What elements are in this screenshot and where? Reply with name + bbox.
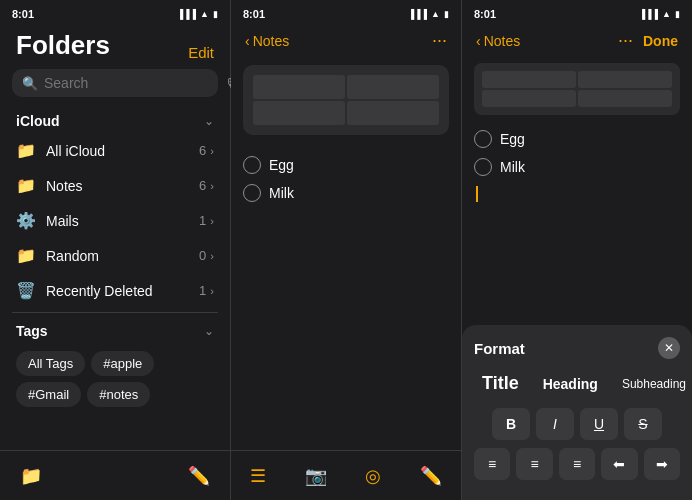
folder-count-mails: 1 (199, 213, 206, 228)
unordered-list-button[interactable]: ≡ (474, 448, 510, 480)
tag-gmail[interactable]: #Gmail (16, 382, 81, 407)
table-cell-2 (347, 75, 439, 99)
check-circle-egg-3[interactable] (474, 130, 492, 148)
check-circle-milk-3[interactable] (474, 158, 492, 176)
format-title: Format (474, 340, 525, 357)
status-bar-3: 8:01 ▐▐▐ ▲ ▮ (462, 0, 692, 26)
folder-item-notes[interactable]: 📁 Notes 6 › (4, 168, 226, 203)
back-chevron-icon-3: ‹ (476, 33, 481, 49)
tags-chevron-icon: ⌄ (204, 324, 214, 338)
p3-more-button[interactable]: ··· (618, 30, 633, 51)
folders-title: Folders (16, 30, 110, 61)
p3-table-cell-3 (482, 90, 576, 107)
checklist-button[interactable]: ≡ (559, 448, 595, 480)
folder-count-notes: 6 (199, 178, 206, 193)
folder-name-deleted: Recently Deleted (46, 283, 199, 299)
folders-header: Folders Edit (0, 26, 230, 69)
folder-item-mails[interactable]: ⚙️ Mails 1 › (4, 203, 226, 238)
new-folder-icon[interactable]: 📁 (20, 465, 42, 487)
note-table-card-2 (243, 65, 449, 135)
folder-name-notes: Notes (46, 178, 199, 194)
divider-1 (12, 312, 218, 313)
folder-chevron-mails: › (210, 215, 214, 227)
status-icons-1: ▐▐▐ ▲ ▮ (177, 9, 218, 19)
camera-icon[interactable]: 📷 (305, 465, 327, 487)
status-icons-3: ▐▐▐ ▲ ▮ (639, 9, 680, 19)
p3-table-cell-2 (578, 71, 672, 88)
folder-chevron-notes: › (210, 180, 214, 192)
check-item-milk-3: Milk (474, 153, 680, 181)
bold-button[interactable]: B (492, 408, 530, 440)
p2-bottom-bar: ☰ 📷 ◎ ✏️ (231, 450, 461, 500)
signal-icon: ▐▐▐ (177, 9, 196, 19)
table-cell-3 (253, 101, 345, 125)
folder-icon-allicloud: 📁 (16, 141, 36, 160)
folder-icon-notes: 📁 (16, 176, 36, 195)
folder-name-allicloud: All iCloud (46, 143, 199, 159)
check-label-milk-2: Milk (269, 185, 294, 201)
underline-button[interactable]: U (580, 408, 618, 440)
battery-icon-2: ▮ (444, 9, 449, 19)
search-input[interactable] (44, 75, 219, 91)
p3-checklist: Egg Milk (462, 119, 692, 213)
p3-nav-right: ··· Done (618, 30, 678, 51)
gear-icon-mails: ⚙️ (16, 211, 36, 230)
icloud-section-header: iCloud ⌄ (0, 107, 230, 133)
format-list-row: ≡ ≡ ≡ ⬅ ➡ (474, 448, 680, 480)
status-time-3: 8:01 (474, 8, 496, 20)
status-bar-2: 8:01 ▐▐▐ ▲ ▮ (231, 0, 461, 26)
tag-notes[interactable]: #notes (87, 382, 150, 407)
note-table-p3 (474, 63, 680, 115)
check-item-egg-3: Egg (474, 125, 680, 153)
check-circle-egg-2[interactable] (243, 156, 261, 174)
p3-table-cell-4 (578, 90, 672, 107)
check-label-egg-3: Egg (500, 131, 525, 147)
cursor-line (474, 181, 680, 207)
italic-button[interactable]: I (536, 408, 574, 440)
signal-icon-3: ▐▐▐ (639, 9, 658, 19)
style-subheading-button[interactable]: Subheading (614, 373, 692, 395)
check-circle-milk-2[interactable] (243, 184, 261, 202)
p2-more-button[interactable]: ··· (432, 30, 447, 51)
icloud-chevron-icon: ⌄ (204, 114, 214, 128)
list-icon[interactable]: ☰ (250, 465, 266, 487)
folder-item-deleted[interactable]: 🗑️ Recently Deleted 1 › (4, 273, 226, 308)
done-button[interactable]: Done (643, 33, 678, 49)
location-icon[interactable]: ◎ (365, 465, 381, 487)
ordered-list-button[interactable]: ≡ (516, 448, 552, 480)
strikethrough-button[interactable]: S (624, 408, 662, 440)
check-item-egg-2: Egg (243, 151, 449, 179)
edit-button[interactable]: Edit (188, 44, 214, 61)
note-edit-panel: 8:01 ▐▐▐ ▲ ▮ ‹ Notes ··· Done Egg Milk (462, 0, 692, 500)
folder-item-random[interactable]: 📁 Random 0 › (4, 238, 226, 273)
check-label-milk-3: Milk (500, 159, 525, 175)
p2-back-button[interactable]: ‹ Notes (245, 33, 289, 49)
tags-row: All Tags #apple #Gmail #notes (16, 351, 214, 407)
style-title-button[interactable]: Title (474, 369, 527, 398)
search-bar[interactable]: 🔍 🎙 (12, 69, 218, 97)
outdent-button[interactable]: ⬅ (601, 448, 637, 480)
tags-title: Tags (16, 323, 48, 339)
indent-button[interactable]: ➡ (644, 448, 680, 480)
format-close-button[interactable]: ✕ (658, 337, 680, 359)
table-cell-1 (253, 75, 345, 99)
folder-name-mails: Mails (46, 213, 199, 229)
folder-item-allicloud[interactable]: 📁 All iCloud 6 › (4, 133, 226, 168)
p3-table-cell-1 (482, 71, 576, 88)
folder-count-allicloud: 6 (199, 143, 206, 158)
check-label-egg-2: Egg (269, 157, 294, 173)
folder-count-deleted: 1 (199, 283, 206, 298)
tag-apple[interactable]: #apple (91, 351, 154, 376)
p3-nav-title: Notes (484, 33, 521, 49)
check-item-milk-2: Milk (243, 179, 449, 207)
compose-icon-p1[interactable]: ✏️ (188, 465, 210, 487)
compose-icon-p2[interactable]: ✏️ (420, 465, 442, 487)
p3-nav: ‹ Notes ··· Done (462, 26, 692, 59)
style-heading-button[interactable]: Heading (535, 372, 606, 396)
format-text-row: B I U S (474, 408, 680, 440)
format-header: Format ✕ (474, 337, 680, 359)
folder-icon-random: 📁 (16, 246, 36, 265)
p3-back-button[interactable]: ‹ Notes (476, 33, 520, 49)
tag-alltags[interactable]: All Tags (16, 351, 85, 376)
tags-area: All Tags #apple #Gmail #notes (0, 343, 230, 415)
